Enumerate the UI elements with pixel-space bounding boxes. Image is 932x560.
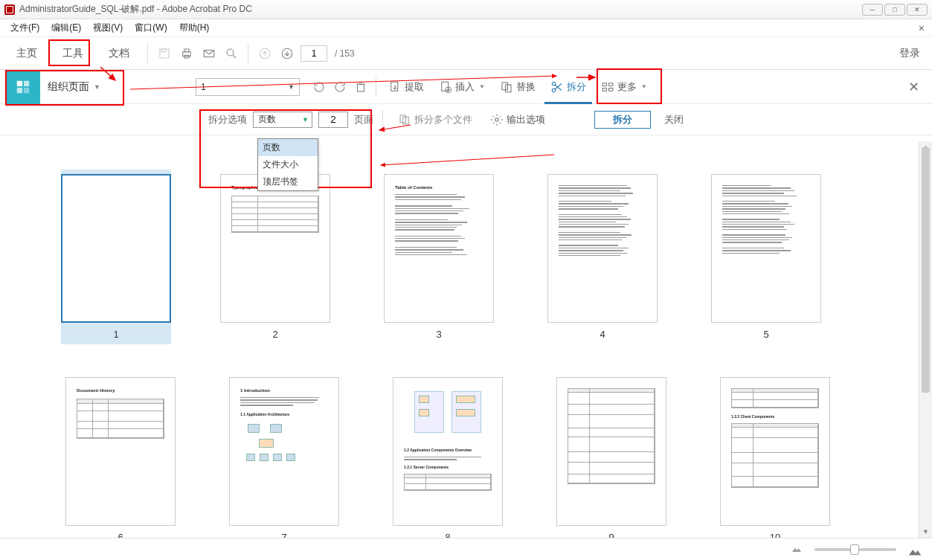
rotate-ccw-icon[interactable] [310, 78, 328, 96]
page-number: 1 [113, 329, 118, 340]
extract-button[interactable]: 提取 [382, 75, 430, 99]
page-thumbnail[interactable]: 1.2.2 Client Components 10 [720, 377, 830, 538]
prev-page-icon[interactable] [256, 45, 274, 62]
login-link[interactable]: 登录 [899, 47, 926, 60]
page-number: 6 [118, 532, 123, 538]
dropdown-option-filesize[interactable]: 文件大小 [258, 156, 318, 173]
menu-edit[interactable]: 编辑(E) [45, 22, 87, 34]
zoom-small-icon[interactable] [791, 543, 804, 556]
more-label: 更多 [617, 80, 637, 94]
zoom-large-icon[interactable] [907, 543, 920, 556]
svg-rect-21 [602, 83, 606, 86]
vertical-scrollbar[interactable]: ▲ ▼ [919, 141, 932, 538]
dropdown-option-bookmarks[interactable]: 顶层书签 [258, 173, 318, 190]
split-options-label: 拆分选项 [208, 113, 247, 126]
chevron-down-icon: ▼ [641, 83, 647, 90]
page-thumbnail[interactable]: 1.2 Application Components Overview 1.2.… [393, 377, 503, 538]
split-multiple-button[interactable]: 拆分多个文件 [392, 108, 478, 132]
menu-file[interactable]: 文件(F) [4, 22, 45, 34]
svg-rect-9 [17, 80, 22, 86]
insert-label: 插入 [455, 80, 475, 94]
page-number: 9 [608, 532, 614, 538]
insert-button[interactable]: 插入 ▼ [433, 75, 491, 99]
page-thumbnail[interactable]: 4 [547, 174, 658, 340]
more-button[interactable]: 更多 ▼ [595, 75, 653, 99]
mail-icon[interactable] [200, 45, 218, 62]
split-action-button[interactable]: 拆分 [594, 111, 651, 129]
zoom-slider[interactable] [814, 548, 896, 551]
split-pages-input[interactable] [318, 112, 348, 128]
dropdown-option-pages[interactable]: 页数 [258, 139, 318, 156]
page-thumbnail[interactable]: 1 Introduction 1.1 Application Architect… [229, 377, 339, 538]
menubar: 文件(F) 编辑(E) 视图(V) 窗口(W) 帮助(H) × [0, 19, 932, 37]
svg-point-27 [495, 118, 499, 121]
page-thumbnail[interactable]: Table of Contents 3 [384, 174, 494, 340]
page-thumbnail[interactable]: Typographic Conventions 2 [220, 174, 330, 340]
svg-rect-14 [391, 82, 398, 91]
split-label: 拆分 [567, 80, 586, 94]
next-page-icon[interactable] [278, 45, 296, 62]
menu-window[interactable]: 窗口(W) [129, 22, 173, 34]
print-icon[interactable] [178, 45, 196, 62]
split-multiple-label: 拆分多个文件 [414, 113, 472, 126]
svg-rect-11 [17, 87, 22, 92]
svg-rect-13 [357, 84, 364, 91]
doc-close-button[interactable]: × [919, 22, 925, 34]
organize-pages-dropdown[interactable]: 组织页面 ▼ [40, 70, 111, 104]
output-options-label: 输出选项 [507, 113, 545, 126]
svg-rect-2 [183, 51, 191, 56]
split-by-dropdown: 页数 文件大小 顶层书签 [257, 138, 318, 191]
split-by-select[interactable]: 页数 ▼ [253, 112, 312, 128]
page-thumbnail[interactable]: 9 [556, 377, 666, 538]
titlebar: AdministratorGuide_SQL-破解.pdf - Adobe Ac… [0, 0, 932, 19]
replace-label: 替换 [516, 80, 536, 94]
minimize-button[interactable]: ─ [862, 4, 883, 16]
page-thumbnail[interactable]: Administrator's GuideSAP Business One 9.… [61, 170, 171, 344]
split-options-bar: 拆分选项 页数 ▼ 页面 拆分多个文件 输出选项 拆分 关闭 [0, 104, 932, 135]
replace-button[interactable]: 替换 [494, 75, 541, 99]
page-number: 10 [770, 532, 780, 538]
svg-rect-24 [608, 88, 612, 91]
page-thumbnail[interactable]: Document History 6 [65, 377, 176, 538]
tab-tools[interactable]: 工具 [52, 37, 94, 70]
rotate-cw-icon[interactable] [331, 78, 349, 96]
scroll-thumb[interactable] [922, 147, 930, 393]
page-total: / 153 [335, 48, 355, 59]
split-close-link[interactable]: 关闭 [664, 113, 684, 126]
close-tool-button[interactable]: ✕ [905, 79, 922, 95]
page-thumbnail[interactable]: 5 [711, 174, 821, 340]
split-button[interactable]: 拆分 [544, 75, 592, 99]
scroll-down-icon[interactable]: ▼ [919, 526, 932, 538]
chevron-down-icon: ▼ [288, 83, 295, 91]
menu-view[interactable]: 视图(V) [87, 22, 129, 34]
delete-icon[interactable] [352, 78, 370, 96]
page-number-input[interactable] [301, 45, 327, 62]
save-icon[interactable] [155, 45, 173, 62]
svg-point-6 [227, 49, 234, 56]
status-bar [0, 538, 932, 560]
split-by-value: 页数 [258, 113, 276, 126]
extract-label: 提取 [405, 80, 424, 94]
chevron-down-icon: ▼ [94, 83, 100, 91]
search-icon[interactable] [222, 45, 240, 62]
svg-rect-3 [184, 49, 189, 52]
svg-rect-23 [602, 88, 606, 91]
svg-rect-1 [161, 49, 166, 52]
page-number: 2 [272, 329, 277, 340]
page-number: 8 [445, 532, 450, 538]
pages-label: 页面 [354, 113, 373, 126]
chevron-down-icon: ▼ [479, 83, 485, 90]
close-button[interactable]: ✕ [907, 4, 928, 16]
svg-rect-12 [24, 87, 29, 92]
tab-document[interactable]: 文档 [98, 37, 140, 70]
maximize-button[interactable]: □ [884, 4, 905, 16]
range-value: 1 [201, 82, 206, 92]
page-range-select[interactable]: 1 ▼ [196, 78, 300, 96]
page-number: 4 [600, 329, 605, 340]
output-options-button[interactable]: 输出选项 [484, 108, 551, 132]
menu-help[interactable]: 帮助(H) [173, 22, 216, 34]
tab-home[interactable]: 主页 [6, 37, 48, 70]
page-number: 3 [436, 329, 441, 340]
page-number: 7 [281, 532, 286, 538]
svg-rect-18 [505, 85, 511, 92]
